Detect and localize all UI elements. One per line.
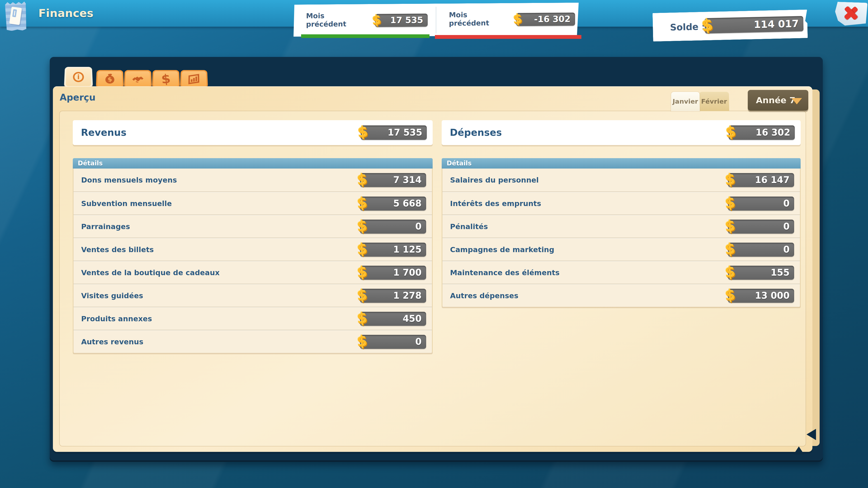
dollar-icon: $ xyxy=(724,170,736,189)
dollar-icon: $ xyxy=(725,123,737,141)
row-label: Ventes de la boutique de cadeaux xyxy=(81,261,220,284)
amount-pill: $ 16 147 xyxy=(728,173,794,187)
row-label: Dons mensuels moyens xyxy=(81,168,177,192)
row-label: Parrainages xyxy=(81,215,130,238)
prev-month-expense-value: -16 302 xyxy=(534,14,570,24)
row-label: Autres dépenses xyxy=(450,284,518,307)
dollar-icon: $ xyxy=(356,240,368,258)
finances-panel: Aperçu Janvier Février Année 7 Revenus $… xyxy=(53,86,812,452)
year-dropdown[interactable]: Année 7 xyxy=(748,90,808,111)
dollar-icon: $ xyxy=(724,240,736,258)
tab-partnerships[interactable] xyxy=(124,70,152,88)
dollar-icon: $ xyxy=(701,15,714,35)
resize-arrow-up-icon[interactable] xyxy=(794,447,804,455)
table-row: Parrainages $ 0 xyxy=(73,215,432,238)
row-label: Visites guidées xyxy=(81,284,143,307)
tab-donations[interactable]: $ xyxy=(96,70,124,88)
game-screen: Finances Mois précédent $ 17 535 Mois pr… xyxy=(0,0,868,488)
amount-pill: $ 0 xyxy=(728,220,794,234)
balance-label: Solde : xyxy=(670,22,706,33)
table-row: Ventes des billets $ 1 125 xyxy=(73,238,432,261)
info-icon: i xyxy=(73,72,84,82)
dollar-icon: $ xyxy=(513,11,523,27)
amount-pill: $ 0 xyxy=(360,335,426,349)
year-dropdown-label: Année 7 xyxy=(756,90,796,111)
bar-chart-icon xyxy=(187,73,200,85)
panel-section-title: Aperçu xyxy=(60,92,96,103)
depenses-header-card: Dépenses $ 16 302 xyxy=(442,120,801,145)
dollar-icon: $ xyxy=(356,286,368,304)
dollar-icon: $ xyxy=(724,263,736,281)
revenus-title: Revenus xyxy=(81,120,127,145)
balance-banner: Solde : $ 114 017 xyxy=(653,9,808,41)
chevron-down-icon xyxy=(792,98,802,104)
prev-month-expense-label: Mois précédent xyxy=(449,10,501,28)
row-value: 1 125 xyxy=(393,244,422,255)
revenus-details-table: Dons mensuels moyens $ 7 314 Subvention … xyxy=(73,168,433,353)
table-row: Ventes de la boutique de cadeaux $ 1 700 xyxy=(73,261,432,284)
row-label: Salaires du personnel xyxy=(450,168,539,192)
amount-pill: $ 13 000 xyxy=(728,289,794,303)
table-row: Dons mensuels moyens $ 7 314 xyxy=(73,168,432,192)
tab-statistics[interactable] xyxy=(180,70,208,88)
balance-pill: $ 114 017 xyxy=(705,16,803,34)
amount-pill: $ 7 314 xyxy=(360,173,426,187)
row-value: 5 668 xyxy=(393,198,422,208)
revenus-total-pill: $ 17 535 xyxy=(361,125,427,140)
amount-pill: $ 0 xyxy=(728,197,794,210)
page-title: Finances xyxy=(38,7,94,20)
depenses-details-table: Salaires du personnel $ 16 147 Intérêts … xyxy=(442,168,801,307)
dollar-icon: $ xyxy=(356,194,368,212)
prev-month-income-value: 17 535 xyxy=(391,15,423,25)
month-tab-fevrier[interactable]: Février xyxy=(699,92,729,111)
row-value: 1 278 xyxy=(393,290,422,301)
depenses-total-pill: $ 16 302 xyxy=(729,125,795,140)
row-value: 0 xyxy=(415,221,422,232)
table-row: Campagnes de marketing $ 0 xyxy=(442,238,800,261)
amount-pill: $ 1 278 xyxy=(360,289,426,303)
dollar-icon: $ xyxy=(356,217,368,235)
details-label: Détails xyxy=(78,158,103,168)
depenses-details-bar: Détails xyxy=(442,158,801,168)
previous-month-banner: Mois précédent $ 17 535 Mois précédent $… xyxy=(293,3,579,38)
tab-loans[interactable]: $ xyxy=(152,70,180,88)
tab-overview[interactable]: i xyxy=(64,67,93,88)
balance-value: 114 017 xyxy=(754,18,799,31)
income-positive-bar xyxy=(301,34,430,38)
table-row: Produits annexes $ 450 xyxy=(73,307,432,330)
row-label: Ventes des billets xyxy=(81,238,154,261)
row-label: Maintenance des éléments xyxy=(450,261,560,284)
table-row: Visites guidées $ 1 278 xyxy=(73,284,432,307)
amount-pill: $ 1 125 xyxy=(360,242,426,257)
row-label: Produits annexes xyxy=(81,307,152,330)
details-label: Détails xyxy=(447,158,471,168)
dollar-icon: $ xyxy=(357,123,369,141)
table-row: Pénalités $ 0 xyxy=(442,215,800,238)
resize-arrow-left-icon[interactable] xyxy=(807,429,816,440)
dollar-icon: $ xyxy=(161,71,171,87)
dollar-icon: $ xyxy=(724,286,736,304)
prev-month-income-pill: $ 17 535 xyxy=(375,13,428,27)
prev-month-expense: Mois précédent $ -16 302 xyxy=(436,3,579,37)
dollar-icon: $ xyxy=(356,332,368,350)
dollar-icon: $ xyxy=(724,217,736,235)
prev-month-expense-pill: $ -16 302 xyxy=(516,13,575,26)
row-value: 0 xyxy=(783,198,789,208)
prev-month-income-label: Mois précédent xyxy=(306,11,358,29)
month-tab-janvier[interactable]: Janvier xyxy=(671,92,700,111)
row-label: Campagnes de marketing xyxy=(450,238,554,261)
amount-pill: $ 0 xyxy=(360,220,426,234)
dollar-icon: $ xyxy=(356,309,368,327)
amount-pill: $ 5 668 xyxy=(360,197,426,210)
finances-ledger-icon xyxy=(5,1,27,31)
row-label: Intérêts des emprunts xyxy=(450,192,541,215)
row-value: 155 xyxy=(771,267,790,278)
table-row: Subvention mensuelle $ 5 668 xyxy=(73,192,432,215)
dollar-icon: $ xyxy=(371,12,382,28)
revenus-header-card: Revenus $ 17 535 xyxy=(73,120,433,145)
table-row: Autres dépenses $ 13 000 xyxy=(442,284,800,307)
table-row: Intérêts des emprunts $ 0 xyxy=(442,192,800,215)
row-value: 450 xyxy=(403,313,422,324)
prev-month-income: Mois précédent $ 17 535 xyxy=(293,4,436,37)
row-label: Subvention mensuelle xyxy=(81,192,172,215)
